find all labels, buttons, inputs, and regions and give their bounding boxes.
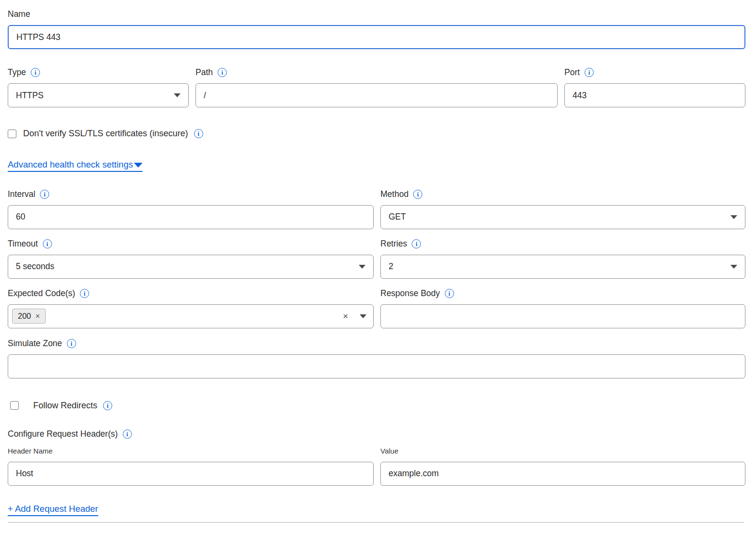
timeout-info-icon[interactable]: i — [43, 239, 52, 248]
type-info-icon[interactable]: i — [31, 68, 40, 77]
port-info-icon[interactable]: i — [585, 68, 594, 77]
response-body-field: Response Body i — [380, 288, 745, 328]
remove-tag-icon[interactable]: × — [36, 312, 40, 320]
follow-redirects-row: Follow Redirects i — [8, 401, 745, 411]
simulate-zone-input[interactable] — [8, 354, 745, 378]
type-label: Type — [8, 67, 26, 78]
retries-info-icon[interactable]: i — [412, 239, 421, 248]
port-label: Port — [564, 67, 580, 78]
ssl-verify-label: Don't verify SSL/TLS certificates (insec… — [23, 129, 188, 139]
header-name-field: Header Name — [8, 447, 374, 486]
response-body-label: Response Body — [380, 288, 440, 299]
name-field: Name — [8, 9, 745, 49]
chevron-down-icon — [174, 93, 181, 97]
request-headers-info-icon[interactable]: i — [123, 429, 132, 439]
value-column-label: Value — [380, 447, 745, 455]
header-value-field: Value — [380, 447, 745, 486]
chevron-down-icon — [359, 265, 365, 269]
timeout-label: Timeout — [8, 239, 38, 249]
interval-input[interactable] — [8, 205, 374, 229]
follow-redirects-info-icon[interactable]: i — [103, 401, 112, 410]
expected-codes-multiselect[interactable]: 200 × × — [8, 304, 374, 328]
ssl-verify-info-icon[interactable]: i — [194, 129, 203, 138]
request-headers-section: Configure Request Header(s) i — [8, 429, 745, 439]
method-label: Method — [380, 189, 408, 199]
path-label: Path — [196, 67, 213, 78]
header-name-input[interactable] — [8, 462, 374, 486]
health-check-form: Name Type i HTTPS Path i Port i — [0, 0, 756, 533]
retries-label: Retries — [380, 239, 407, 249]
advanced-settings-link[interactable]: Advanced health check settings — [8, 159, 143, 172]
chevron-down-icon — [730, 215, 737, 219]
name-label: Name — [8, 9, 30, 19]
response-body-info-icon[interactable]: i — [445, 289, 454, 298]
port-field: Port i — [564, 67, 745, 107]
section-divider — [8, 522, 744, 523]
header-value-input[interactable] — [380, 462, 745, 486]
chevron-down-icon[interactable] — [360, 314, 366, 318]
advanced-settings-container: Advanced health check settings — [8, 159, 745, 172]
expected-codes-field: Expected Code(s) i 200 × × — [8, 288, 374, 328]
timeout-select[interactable]: 5 seconds — [8, 255, 374, 279]
path-info-icon[interactable]: i — [218, 68, 227, 77]
chevron-down-icon — [730, 265, 737, 269]
follow-redirects-label: Follow Redirects — [33, 401, 97, 411]
method-field: Method i GET — [380, 189, 745, 229]
path-field: Path i — [196, 67, 558, 107]
simulate-zone-info-icon[interactable]: i — [67, 339, 76, 348]
code-tag-value: 200 — [18, 312, 31, 321]
interval-info-icon[interactable]: i — [40, 190, 49, 199]
interval-label: Interval — [8, 189, 35, 199]
type-select-value: HTTPS — [16, 91, 170, 101]
type-field: Type i HTTPS — [8, 67, 189, 107]
ssl-verify-row: Don't verify SSL/TLS certificates (insec… — [8, 129, 745, 139]
add-header-container: + Add Request Header — [8, 503, 745, 516]
timeout-select-value: 5 seconds — [16, 261, 355, 272]
type-select[interactable]: HTTPS — [8, 83, 189, 107]
expected-codes-label: Expected Code(s) — [8, 288, 75, 299]
header-name-column-label: Header Name — [8, 447, 374, 455]
request-headers-label: Configure Request Header(s) — [8, 429, 118, 439]
method-select[interactable]: GET — [380, 205, 745, 229]
method-select-value: GET — [389, 212, 727, 222]
expected-codes-info-icon[interactable]: i — [80, 289, 89, 298]
type-path-port-row: Type i HTTPS Path i Port i — [8, 67, 745, 107]
header-row: Header Name Value — [8, 447, 745, 486]
interval-method-row: Interval i Method i GET — [8, 189, 745, 229]
timeout-field: Timeout i 5 seconds — [8, 239, 374, 279]
follow-redirects-checkbox[interactable] — [10, 401, 19, 410]
retries-select-value: 2 — [389, 261, 727, 272]
retries-field: Retries i 2 — [380, 239, 745, 279]
timeout-retries-row: Timeout i 5 seconds Retries i 2 — [8, 239, 745, 279]
name-input[interactable] — [8, 25, 745, 49]
simulate-zone-label: Simulate Zone — [8, 338, 62, 349]
simulate-zone-field: Simulate Zone i — [8, 338, 745, 378]
interval-field: Interval i — [8, 189, 374, 229]
codes-body-row: Expected Code(s) i 200 × × Response Body… — [8, 288, 745, 328]
response-body-input[interactable] — [380, 304, 745, 328]
method-info-icon[interactable]: i — [413, 190, 422, 199]
ssl-verify-checkbox[interactable] — [8, 130, 16, 138]
retries-select[interactable]: 2 — [380, 255, 745, 279]
port-input[interactable] — [564, 83, 745, 107]
chevron-down-icon — [134, 163, 143, 168]
add-request-header-label: + Add Request Header — [8, 503, 98, 515]
clear-all-icon[interactable]: × — [343, 312, 348, 321]
path-input[interactable] — [196, 83, 558, 107]
add-request-header-link[interactable]: + Add Request Header — [8, 503, 98, 516]
advanced-settings-link-label: Advanced health check settings — [8, 159, 133, 171]
code-tag: 200 × — [12, 309, 46, 324]
